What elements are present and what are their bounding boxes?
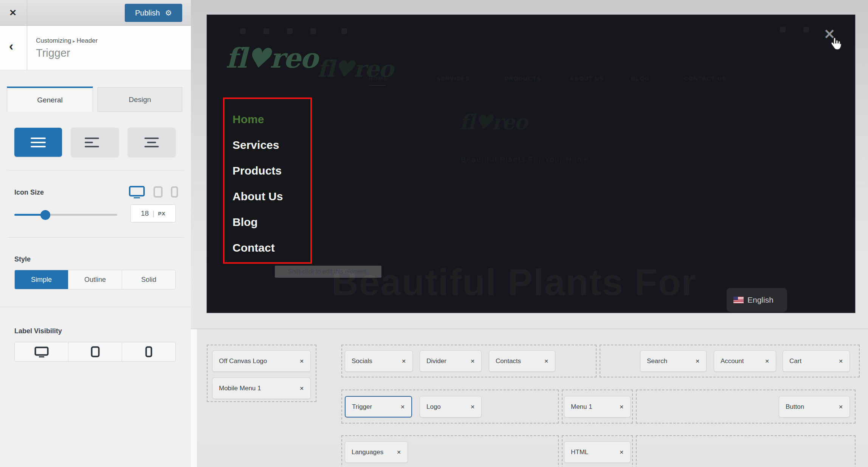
remove-icon[interactable]: ✕ [391, 449, 401, 455]
language-switcher[interactable]: English [727, 288, 787, 312]
preview-divider [191, 329, 868, 329]
unit-label[interactable]: PX [158, 211, 165, 216]
style-option-outline[interactable]: Outline [68, 270, 122, 289]
label-visibility-label: Label Visibility [14, 327, 62, 335]
builder-chip-divider[interactable]: Divider✕ [420, 350, 482, 372]
ghost-hero-heading: Beautiful Plants For [332, 261, 697, 304]
ghost-social-icon [341, 28, 347, 34]
menu-item-services[interactable]: Services [232, 138, 310, 163]
mobile-icon [145, 346, 152, 357]
customizer-app: HOME SERVICES PRODUCTS ABOUT US BLOG CON… [0, 0, 868, 467]
tablet-icon[interactable] [153, 186, 163, 198]
remove-icon[interactable]: ✕ [833, 404, 843, 410]
remove-icon[interactable]: ✕ [539, 358, 549, 364]
builder-chip-logo[interactable]: Logo✕ [420, 396, 482, 418]
label-visibility-tablet[interactable] [68, 342, 122, 361]
remove-icon[interactable]: ✕ [690, 358, 700, 364]
remove-icon[interactable]: ✕ [833, 358, 843, 364]
builder-chip-languages[interactable]: Languages✕ [345, 441, 408, 463]
builder-chip-search[interactable]: Search✕ [640, 350, 707, 372]
floreo-logo: fl♥reo [226, 42, 318, 74]
icon-size-slider[interactable] [14, 214, 117, 216]
ghost-social-icon [287, 28, 293, 34]
label-visibility-mobile[interactable] [122, 342, 175, 361]
remove-icon[interactable]: ✕ [294, 385, 304, 391]
floreo-logo-center-ghost: fl♥reo [459, 110, 527, 134]
builder-chip-menu-1[interactable]: Menu 1✕ [564, 396, 631, 418]
trigger-type-hamburger-button[interactable] [14, 128, 62, 157]
customizer-sidebar: ✕ Publish ⚙ ‹ Customizing▸Header Trigger… [0, 0, 191, 467]
ghost-nav-item: PRODUCTS [505, 75, 541, 82]
ghost-social-icon [240, 28, 246, 34]
mobile-icon[interactable] [171, 186, 178, 198]
remove-icon[interactable]: ✕ [614, 404, 624, 410]
back-button[interactable]: ‹ [9, 39, 13, 52]
label-visibility-desktop[interactable] [15, 342, 68, 361]
style-label: Style [14, 255, 31, 263]
menu-item-about-us[interactable]: About Us [232, 189, 310, 215]
menu-item-contact[interactable]: Contact [232, 240, 310, 266]
stage-left-strip [191, 329, 197, 467]
edit-hint-tooltip: Shift-click to edit this element. [275, 266, 381, 278]
builder-chip-trigger-selected[interactable]: Trigger✕ [345, 396, 412, 418]
responsive-device-switcher [129, 186, 178, 198]
gear-icon[interactable]: ⚙ [165, 8, 172, 17]
ghost-social-icon [310, 28, 316, 34]
ghost-nav-item: BLOG [631, 75, 649, 82]
remove-icon[interactable]: ✕ [395, 404, 405, 410]
trigger-type-align-center-button[interactable] [128, 128, 175, 157]
ghost-nav-item: CONTACT US [684, 75, 726, 82]
builder-chip-html[interactable]: HTML✕ [564, 441, 631, 463]
close-customizer-button[interactable]: ✕ [5, 5, 20, 20]
hamburger-icon [31, 138, 46, 139]
icon-size-input[interactable]: 18 | PX [130, 204, 176, 223]
site-preview-canvas: HOME SERVICES PRODUCTS ABOUT US BLOG CON… [207, 15, 855, 313]
align-center-icon [144, 138, 159, 139]
ghost-nav-item: SERVICES [437, 75, 470, 82]
desktop-icon[interactable] [129, 186, 145, 198]
align-left-icon [85, 138, 99, 139]
trigger-type-align-left-button[interactable] [71, 128, 119, 157]
cursor-pointer [829, 37, 843, 52]
remove-icon[interactable]: ✕ [465, 358, 475, 364]
style-switcher: Simple Outline Solid [14, 270, 176, 289]
builder-chip-account[interactable]: Account✕ [714, 350, 776, 372]
builder-chip-mobile-menu-1[interactable]: Mobile Menu 1✕ [212, 377, 311, 399]
remove-icon[interactable]: ✕ [760, 358, 769, 364]
slider-thumb[interactable] [40, 210, 50, 220]
menu-item-products[interactable]: Products [232, 163, 310, 189]
remove-icon[interactable]: ✕ [465, 404, 475, 410]
remove-icon[interactable]: ✕ [614, 449, 624, 455]
offcanvas-menu-selection[interactable]: Home Services Products About Us Blog Con… [223, 97, 312, 264]
section-header: ‹ Customizing▸Header Trigger [0, 26, 191, 70]
style-option-simple[interactable]: Simple [15, 270, 68, 289]
builder-row3-right-container[interactable] [636, 435, 856, 467]
remove-icon[interactable]: ✕ [396, 358, 406, 364]
tab-general[interactable]: General [7, 87, 93, 112]
tab-design[interactable]: Design [98, 87, 182, 112]
style-option-solid[interactable]: Solid [122, 270, 175, 289]
builder-chip-contacts[interactable]: Contacts✕ [489, 350, 555, 372]
builder-chip-socials[interactable]: Socials✕ [345, 350, 413, 372]
language-label: English [747, 295, 773, 305]
us-flag-icon [733, 297, 744, 303]
label-visibility-switcher [14, 342, 176, 362]
desktop-icon [34, 346, 49, 357]
customizer-topbar: ✕ Publish ⚙ [0, 0, 191, 26]
publish-button[interactable]: Publish ⚙ [125, 4, 182, 22]
builder-chip-off-canvas-logo[interactable]: Off Canvas Logo✕ [212, 350, 311, 372]
page-title: Trigger [36, 47, 70, 59]
tablet-icon [91, 346, 100, 357]
builder-chip-cart[interactable]: Cart✕ [783, 350, 850, 372]
ghost-header-icon [803, 27, 809, 32]
menu-item-home[interactable]: Home [232, 112, 310, 138]
menu-item-blog[interactable]: Blog [232, 215, 310, 240]
builder-chip-button[interactable]: Button✕ [779, 396, 850, 418]
ghost-nav-item: ABOUT US [570, 75, 604, 82]
breadcrumb-arrow-icon: ▸ [71, 39, 77, 44]
breadcrumb: Customizing▸Header [36, 37, 98, 45]
remove-icon[interactable]: ✕ [294, 358, 304, 364]
ghost-social-icon [264, 28, 269, 34]
ghost-tagline: Beautiful Plants For Your Home [461, 155, 589, 164]
ghost-header-icon [780, 27, 786, 32]
